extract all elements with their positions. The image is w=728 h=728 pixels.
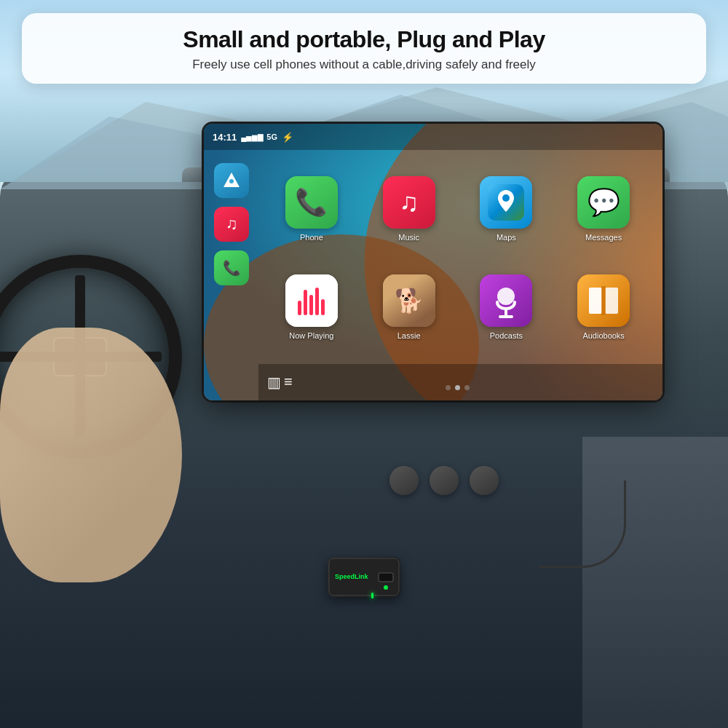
status-bar: 14:11 ▄▅▆▇ 5G ⚡ (204, 124, 662, 150)
header-banner: Small and portable, Plug and Play Freely… (22, 13, 706, 84)
wave-bar-5 (321, 299, 325, 315)
header-title: Small and portable, Plug and Play (44, 26, 684, 53)
app-item-nowplaying[interactable]: Now Playing (266, 261, 357, 354)
usb-dongle: SpeedLink (328, 557, 400, 597)
home-list-icon: ≡ (284, 373, 293, 391)
wave-bar-3 (309, 295, 313, 315)
app-item-maps[interactable]: Maps (461, 163, 553, 256)
console-button-3 (470, 466, 499, 495)
nowplaying-icon (285, 274, 338, 327)
messages-icon: 💬 (577, 176, 630, 229)
audiobooks-label: Audiobooks (582, 331, 625, 340)
status-time: 14:11 (213, 132, 237, 143)
person-hands (0, 328, 182, 582)
maps-label: Maps (496, 233, 516, 242)
home-grid-icon: ▥ (267, 373, 281, 391)
svg-point-5 (384, 585, 388, 590)
podcasts-icon (480, 274, 532, 327)
battery-icon: ⚡ (282, 132, 293, 143)
console-button-1 (389, 466, 419, 495)
sidebar-music-icon[interactable]: ♫ (214, 207, 249, 242)
maps-icon-inner (480, 176, 532, 229)
app-item-messages[interactable]: 💬 Messages (558, 163, 649, 256)
page-wrapper: SpeedLink (0, 0, 728, 728)
app-item-podcasts[interactable]: Podcasts (461, 261, 553, 354)
podcasts-label: Podcasts (490, 331, 523, 340)
audiobooks-icon (577, 274, 630, 327)
app-item-phone[interactable]: 📞 Phone (266, 163, 357, 256)
phone-label: Phone (300, 233, 323, 242)
screen-content: 14:11 ▄▅▆▇ 5G ⚡ ♫ (204, 124, 662, 400)
app-grid: 📞 Phone ♫ Music (258, 156, 657, 360)
wave-bar-2 (304, 290, 307, 315)
app-item-music[interactable]: ♫ Music (363, 163, 455, 256)
nowplaying-inner (285, 274, 338, 327)
app-item-lassie[interactable]: 🐕 Lassie (363, 261, 455, 354)
lassie-dog-emoji: 🐕 (395, 287, 424, 314)
wave-bar-1 (298, 301, 301, 315)
svg-rect-20 (601, 286, 606, 315)
nowplaying-label: Now Playing (289, 331, 333, 340)
maps-icon (480, 176, 532, 229)
svg-text:SpeedLink: SpeedLink (335, 573, 369, 580)
music-label: Music (398, 233, 419, 242)
svg-rect-18 (589, 288, 602, 314)
svg-rect-4 (379, 573, 393, 582)
music-icon: ♫ (383, 176, 435, 229)
svg-point-14 (497, 288, 515, 305)
carplay-screen: 14:11 ▄▅▆▇ 5G ⚡ ♫ (204, 124, 662, 400)
network-type: 5G (266, 132, 277, 141)
app-item-audiobooks[interactable]: Audiobooks (558, 261, 649, 354)
lassie-icon-inner: 🐕 (383, 274, 435, 327)
dongle-detail: SpeedLink (328, 557, 400, 597)
header-subtitle: Freely use cell phones without a cable,d… (44, 58, 684, 72)
lassie-icon: 🐕 (383, 274, 435, 327)
wave-bar-4 (315, 288, 319, 315)
home-icon[interactable]: ▥ ≡ (267, 373, 293, 391)
usb-cable (539, 480, 626, 568)
svg-point-12 (502, 194, 510, 202)
messages-label: Messages (585, 233, 622, 242)
lassie-label: Lassie (397, 331, 421, 340)
signal-icon: ▄▅▆▇ (241, 133, 264, 141)
console-button-2 (430, 466, 459, 495)
svg-point-10 (229, 179, 234, 183)
phone-icon: 📞 (285, 176, 338, 229)
sidebar-maps-icon[interactable] (214, 163, 249, 198)
svg-rect-19 (605, 288, 618, 314)
bottom-bar: ▥ ≡ (258, 364, 662, 400)
wave-bars (298, 286, 325, 315)
left-sidebar: ♫ 📞 (210, 156, 253, 364)
sidebar-phone-icon[interactable]: 📞 (214, 250, 249, 285)
